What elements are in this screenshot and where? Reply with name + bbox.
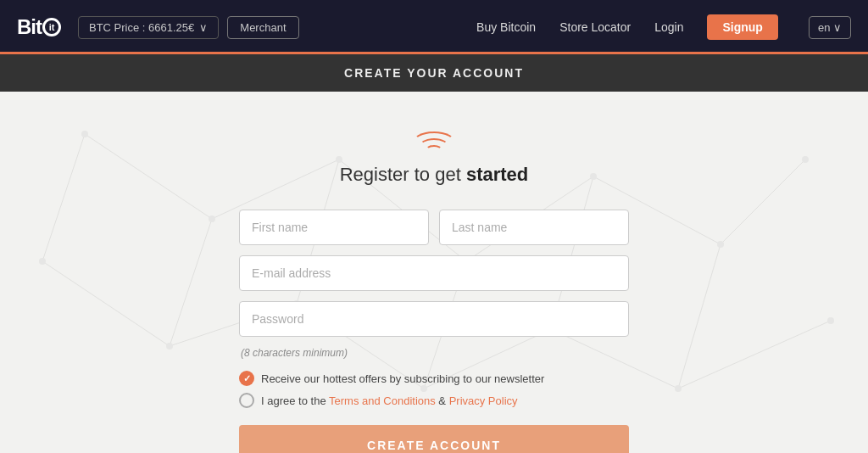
- svg-point-19: [209, 215, 215, 222]
- svg-point-25: [166, 343, 173, 350]
- svg-line-5: [721, 159, 805, 244]
- register-text: Register to get: [340, 164, 466, 185]
- terms-prefix: I agree to the: [261, 394, 329, 407]
- main-content: Register to get started (8 characters mi…: [0, 92, 868, 453]
- svg-point-22: [590, 173, 597, 180]
- svg-line-0: [85, 134, 212, 219]
- signup-button[interactable]: Signup: [707, 14, 777, 40]
- newsletter-label: Receive our hottest offers by subscribin…: [261, 372, 544, 385]
- password-hint: (8 characters minimum): [239, 347, 629, 359]
- create-account-button[interactable]: CREATE ACCOUNT: [239, 425, 629, 453]
- wifi-icon: [409, 126, 459, 155]
- svg-point-20: [336, 156, 342, 163]
- first-name-input[interactable]: [239, 210, 429, 245]
- subheader: CREATE YOUR ACCOUNT: [0, 54, 868, 92]
- logo[interactable]: Bit it: [17, 15, 61, 39]
- logo-circle: it: [42, 18, 61, 36]
- chevron-down-icon: ∨: [199, 21, 208, 34]
- svg-point-18: [81, 131, 88, 137]
- svg-point-23: [717, 241, 724, 248]
- password-row: [239, 301, 629, 337]
- merchant-button[interactable]: Merchant: [227, 16, 298, 39]
- terms-label: I agree to the Terms and Conditions & Pr…: [261, 394, 518, 407]
- btc-price-label: BTC Price : 6661.25€: [89, 21, 194, 34]
- name-row: [239, 210, 629, 245]
- register-title: Register to get started: [340, 164, 529, 186]
- terms-checkbox[interactable]: [239, 393, 254, 408]
- email-row: [239, 255, 629, 291]
- svg-line-17: [678, 244, 721, 389]
- newsletter-checkbox-row: Receive our hottest offers by subscribin…: [239, 371, 629, 386]
- svg-line-12: [42, 134, 85, 261]
- terms-and: &: [436, 394, 449, 407]
- last-name-input[interactable]: [439, 210, 629, 245]
- logo-text: Bit: [17, 15, 42, 39]
- store-locator-link[interactable]: Store Locator: [559, 20, 631, 34]
- svg-line-6: [42, 261, 170, 346]
- email-input[interactable]: [239, 255, 629, 291]
- wifi-arc-inner: [426, 145, 442, 155]
- registration-form: (8 characters minimum) Receive our hotte…: [239, 210, 629, 453]
- svg-point-30: [802, 156, 809, 163]
- buy-bitcoin-link[interactable]: Buy Bitcoin: [476, 20, 536, 34]
- language-selector[interactable]: en ∨: [809, 16, 851, 39]
- navbar: Bit it BTC Price : 6661.25€ ∨ Merchant B…: [0, 0, 868, 54]
- terms-checkbox-row: I agree to the Terms and Conditions & Pr…: [239, 393, 629, 408]
- svg-line-11: [678, 321, 831, 389]
- login-nav-link[interactable]: Login: [654, 20, 683, 34]
- newsletter-checkbox[interactable]: [239, 371, 254, 386]
- svg-line-13: [170, 219, 212, 346]
- terms-link[interactable]: Terms and Conditions: [329, 394, 436, 407]
- nav-links: Buy Bitcoin Store Locator Login Signup e…: [476, 14, 851, 40]
- subheader-title: CREATE YOUR ACCOUNT: [344, 66, 524, 80]
- btc-price-button[interactable]: BTC Price : 6661.25€ ∨: [78, 16, 219, 39]
- svg-point-29: [675, 385, 682, 392]
- privacy-link[interactable]: Privacy Policy: [449, 394, 518, 407]
- svg-point-24: [39, 258, 46, 265]
- svg-point-31: [827, 317, 834, 324]
- password-input[interactable]: [239, 301, 629, 337]
- register-bold: started: [466, 164, 528, 185]
